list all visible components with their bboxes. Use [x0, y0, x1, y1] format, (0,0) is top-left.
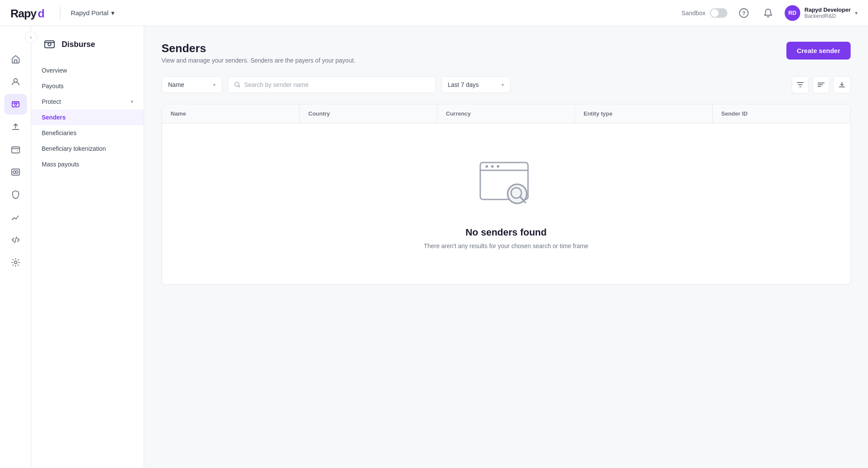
topnav: Rapy d Rapyd Portal ▾ Sandbox ?	[0, 0, 868, 26]
filter-actions	[792, 76, 851, 93]
col-country: Country	[300, 104, 437, 123]
brand-name: Rapy d	[10, 6, 50, 20]
name-filter-chevron-icon: ▾	[213, 82, 216, 88]
main-content: Senders View and manage your senders. Se…	[144, 26, 868, 468]
svg-point-9	[13, 171, 16, 173]
page-subtitle: View and manage your senders. Senders ar…	[162, 57, 355, 64]
name-filter-label: Name	[168, 81, 184, 88]
filters-row: Name ▾ Last 7 days ▾	[162, 76, 851, 93]
search-input[interactable]	[244, 81, 429, 88]
sidebar-item-beneficiary-tokenization[interactable]: Beneficiary tokenization	[31, 141, 144, 156]
main-layout: ›	[0, 26, 868, 468]
download-button[interactable]	[833, 76, 851, 93]
svg-rect-12	[45, 41, 54, 48]
sidebar-item-disburse[interactable]	[4, 94, 27, 115]
name-filter-select[interactable]: Name ▾	[162, 76, 222, 93]
create-sender-button[interactable]: Create sender	[786, 42, 851, 60]
portal-selector[interactable]: Rapyd Portal ▾	[71, 9, 115, 17]
sort-button[interactable]	[812, 76, 830, 93]
user-details: Rapyd Developer BackendR&D	[805, 7, 851, 19]
notifications-button[interactable]	[760, 5, 776, 21]
search-box[interactable]	[228, 76, 436, 93]
user-chevron: ▾	[855, 10, 858, 16]
nav-divider	[60, 7, 60, 19]
svg-rect-5	[12, 102, 19, 107]
logo: Rapy d	[10, 6, 50, 20]
empty-state-title: No senders found	[465, 227, 547, 238]
sidebar-item-analytics[interactable]	[4, 207, 27, 228]
sub-sidebar: Disburse Overview Payouts Protect ▾ Send…	[31, 26, 144, 468]
empty-state: No senders found There aren't any result…	[162, 123, 850, 284]
sidebar-item-beneficiaries[interactable]: Beneficiaries	[31, 125, 144, 141]
sidebar-item-payouts[interactable]: Payouts	[31, 78, 144, 94]
search-icon	[234, 81, 241, 88]
empty-state-subtitle: There aren't any results for your chosen…	[424, 242, 588, 249]
disburse-icon	[42, 37, 57, 52]
empty-state-icon	[472, 158, 541, 215]
sidebar-item-senders[interactable]: Senders	[31, 110, 144, 125]
page-header-text: Senders View and manage your senders. Se…	[162, 42, 355, 64]
sidebar-item-wallet[interactable]	[4, 139, 27, 160]
sidebar-item-mass-payouts[interactable]: Mass payouts	[31, 156, 144, 172]
user-info[interactable]: RD Rapyd Developer BackendR&D ▾	[785, 5, 858, 21]
sidebar-item-settings[interactable]	[4, 252, 27, 273]
portal-label: Rapyd Portal	[71, 9, 109, 17]
col-currency: Currency	[437, 104, 575, 123]
svg-point-11	[14, 261, 17, 264]
user-name: Rapyd Developer	[805, 7, 851, 13]
help-button[interactable]: ?	[736, 5, 752, 21]
sidebar-item-protect[interactable]: Protect ▾	[31, 94, 144, 110]
sub-sidebar-title: Disburse	[62, 40, 95, 49]
senders-table: Name Country Currency Entity type Sender…	[162, 104, 851, 285]
portal-chevron: ▾	[111, 9, 115, 17]
sidebar-item-overview[interactable]: Overview	[31, 63, 144, 78]
sidebar-item-customers[interactable]	[4, 71, 27, 92]
filter-icon	[796, 81, 804, 89]
sidebar-item-developer[interactable]	[4, 229, 27, 250]
topnav-right: Sandbox ? RD Rapyd Developer BackendR&D …	[682, 5, 858, 21]
svg-rect-7	[12, 147, 20, 153]
svg-point-13	[48, 43, 51, 46]
sidebar-item-upload[interactable]	[4, 116, 27, 137]
sandbox-toggle[interactable]: Sandbox	[682, 8, 727, 18]
content-header: Senders View and manage your senders. Se…	[162, 42, 851, 64]
table-header: Name Country Currency Entity type Sender…	[162, 104, 850, 123]
svg-point-4	[14, 79, 17, 82]
svg-text:?: ?	[742, 10, 746, 17]
avatar: RD	[785, 5, 800, 21]
sort-icon	[817, 81, 825, 89]
toggle-thumb	[711, 9, 719, 17]
user-role: BackendR&D	[805, 13, 851, 19]
sidebar-item-protect[interactable]	[4, 184, 27, 205]
sidebar-item-home[interactable]	[4, 49, 27, 70]
sidebar-item-card[interactable]	[4, 162, 27, 183]
icon-sidebar: ›	[0, 26, 31, 468]
toggle-track[interactable]	[710, 8, 727, 18]
col-sender-id: Sender ID	[713, 104, 850, 123]
svg-point-17	[491, 165, 494, 168]
svg-point-6	[14, 103, 17, 106]
download-icon	[838, 81, 846, 89]
sandbox-label: Sandbox	[682, 10, 706, 17]
svg-text:d: d	[38, 7, 44, 20]
svg-point-16	[485, 165, 488, 168]
col-entity-type: Entity type	[575, 104, 713, 123]
filter-button[interactable]	[792, 76, 809, 93]
date-filter-label: Last 7 days	[448, 81, 479, 88]
protect-chevron-icon: ▾	[131, 99, 133, 105]
sub-sidebar-header: Disburse	[31, 37, 144, 63]
svg-point-18	[497, 165, 499, 168]
svg-text:Rapy: Rapy	[10, 7, 37, 20]
date-filter-select[interactable]: Last 7 days ▾	[441, 76, 511, 93]
date-filter-chevron-icon: ▾	[502, 82, 504, 88]
col-name: Name	[162, 104, 300, 123]
sidebar-collapse-button[interactable]: ›	[25, 31, 37, 43]
page-title: Senders	[162, 42, 355, 55]
svg-point-10	[16, 171, 18, 173]
